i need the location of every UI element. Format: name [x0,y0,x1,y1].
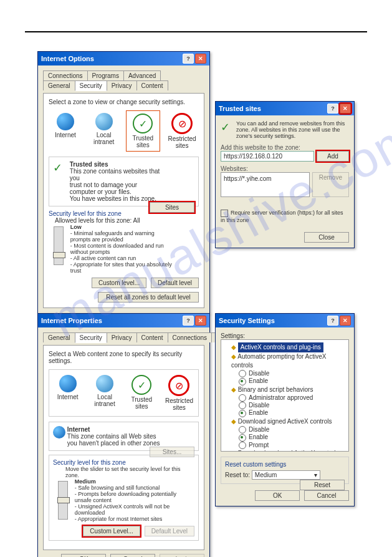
trusted-header: Trusted sites [70,161,108,168]
default-level-button[interactable]: Default level [151,278,199,288]
radio-enable[interactable] [239,410,246,417]
help-icon[interactable]: ? [327,316,338,326]
tab-content[interactable]: Content [136,80,168,90]
tab-connections[interactable]: Connections [43,70,88,80]
zone-instruction: Select a zone to view or change security… [49,99,199,105]
titlebar: Internet Options ? ✕ [38,52,209,65]
apply-button[interactable]: Apply [160,554,204,557]
radio-enable[interactable] [239,378,246,385]
internet-properties-dialog: Internet Properties ? ✕ General Security… [37,313,210,557]
security-slider[interactable] [58,481,68,520]
sites-button[interactable]: Sites [150,202,194,213]
close-icon[interactable]: ✕ [195,54,206,64]
zone-trusted[interactable]: ✓Trusted sites [126,110,161,152]
tab-security[interactable]: Security [75,80,107,91]
dialog-title: Internet Options [41,55,94,62]
tab-privacy[interactable]: Privacy [107,80,137,90]
globe-icon [53,426,65,438]
radio-disable[interactable] [239,426,246,433]
zone-local[interactable]: Local intranet [88,372,120,414]
help-icon[interactable]: ? [183,54,194,64]
security-slider[interactable] [54,226,64,265]
add-button[interactable]: Add [317,151,349,162]
reset-select[interactable]: Medium ▾ [252,470,320,480]
close-icon[interactable]: ✕ [195,316,206,326]
radio-disable[interactable] [239,370,246,377]
close-button[interactable]: Close [304,232,349,243]
require-checkbox[interactable] [221,210,228,217]
tab-general[interactable]: General [43,332,75,342]
radio-disable[interactable] [239,402,246,409]
default-level-button[interactable]: Default Level [145,526,194,536]
tab-advanced[interactable]: Advanced [123,70,161,80]
internet-options-dialog: Internet Options ? ✕ Connections Program… [37,51,210,314]
tab-privacy[interactable]: Privacy [107,332,137,342]
trusted-sites-dialog: Trusted sites ? ✕ ✓ You can add and remo… [215,101,355,248]
tab-content[interactable]: Content [136,332,168,342]
security-settings-dialog: Security Settings ? ✕ Settings: ◆ Active… [215,313,355,506]
help-icon[interactable]: ? [327,104,338,114]
zone-trusted[interactable]: ✓Trusted sites [126,372,158,414]
reset-button[interactable]: Reset [300,480,345,490]
info-text: You can add and remove websites from thi… [236,120,349,139]
close-icon[interactable]: ✕ [340,104,351,114]
ok-button[interactable]: OK [61,554,106,557]
titlebar: Trusted sites ? ✕ [216,102,354,115]
cancel-button[interactable]: Cancel [304,490,349,501]
zone-internet[interactable]: Internet [52,372,84,414]
zone-restricted[interactable]: ⊘Restricted sites [165,110,199,152]
tab-programs[interactable]: Programs [87,70,124,80]
tab-security[interactable]: Security [75,332,107,343]
reset-zones-button[interactable]: Reset all zones to default level [98,292,199,303]
url-input[interactable]: https://192.168.0.120 [221,151,314,162]
radio-prompt[interactable] [239,442,246,449]
remove-button[interactable]: Remove [312,172,349,197]
custom-level-button[interactable]: Custom Level... [83,526,140,536]
custom-level-button[interactable]: Custom level... [92,278,146,288]
dialog-title: Security Settings [219,317,275,324]
dialog-title: Internet Properties [41,317,102,324]
zone-local[interactable]: Local intranet [87,110,121,152]
tab-connections[interactable]: Connections [168,332,213,342]
help-icon[interactable]: ? [183,316,194,326]
radio-admin[interactable] [239,394,246,402]
settings-tree[interactable]: ◆ ActiveX controls and plug-ins ◆ Automa… [221,339,349,452]
check-icon: ✓ [53,161,65,173]
radio-enable[interactable] [239,434,246,442]
tab-general[interactable]: General [43,80,75,90]
dialog-title: Trusted sites [219,105,261,112]
check-icon: ✓ [221,120,230,133]
zone-restricted[interactable]: ⊘Restricted sites [163,372,196,414]
websites-list[interactable]: https://*.yihe.com [221,172,310,197]
ok-button[interactable]: OK [255,490,300,501]
close-icon[interactable]: ✕ [340,316,351,326]
zone-internet[interactable]: Internet [49,110,82,152]
cancel-button[interactable]: Cancel [110,554,155,557]
